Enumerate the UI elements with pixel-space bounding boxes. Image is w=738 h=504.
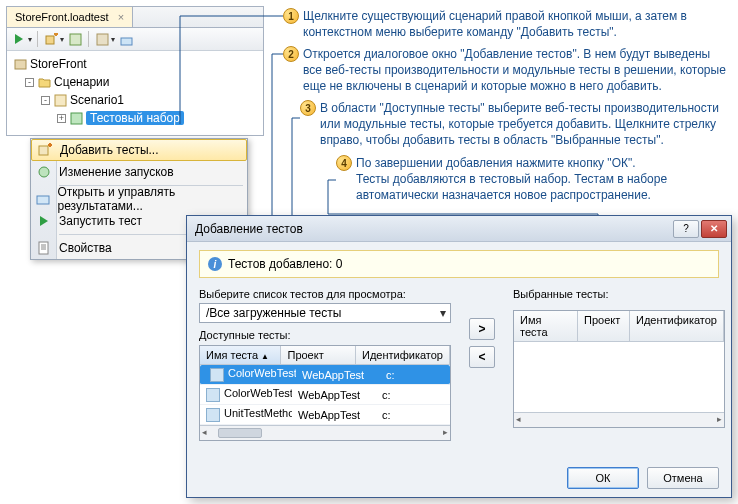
test-list-combo[interactable]: /Все загруженные тесты ▾ bbox=[199, 303, 451, 323]
scenario-tree: StoreFront - Сценарии - Scenario1 + Тест… bbox=[7, 51, 263, 135]
close-button[interactable]: ✕ bbox=[701, 220, 727, 238]
results-icon bbox=[35, 190, 52, 208]
expand-icon[interactable]: + bbox=[57, 114, 66, 123]
tree-label: StoreFront bbox=[30, 57, 87, 71]
svg-rect-9 bbox=[37, 196, 49, 204]
info-text: Тестов добавлено: 0 bbox=[228, 257, 342, 271]
webtest-icon bbox=[206, 388, 220, 402]
h-scrollbar[interactable]: ◂▸ bbox=[514, 412, 724, 427]
separator bbox=[88, 31, 89, 47]
testmix-icon bbox=[69, 111, 83, 125]
callout-4-text: По завершении добавления нажмите кнопку … bbox=[356, 155, 730, 204]
tree-testmix[interactable]: + Тестовый набор bbox=[9, 109, 261, 127]
webtest-icon bbox=[210, 368, 224, 382]
collapse-icon[interactable]: - bbox=[25, 78, 34, 87]
combo-value: /Все загруженные тесты bbox=[206, 306, 341, 320]
tree-label: Сценарии bbox=[54, 75, 109, 89]
loadtest-icon bbox=[13, 57, 27, 71]
document-tab[interactable]: StoreFront.loadtest × bbox=[7, 7, 133, 27]
move-buttons: > < bbox=[469, 318, 495, 441]
grid-header: Имя теста ▲ Проект Идентификатор bbox=[200, 346, 450, 365]
scroll-thumb[interactable] bbox=[218, 428, 262, 438]
settings-icon[interactable] bbox=[94, 31, 110, 47]
menu-edit-runs[interactable]: Изменение запусков bbox=[31, 161, 247, 183]
tab-bar: StoreFront.loadtest × bbox=[7, 7, 263, 28]
callout-num-4: 4 bbox=[336, 155, 352, 171]
callout-3-text: В области "Доступные тесты" выберите веб… bbox=[320, 100, 730, 149]
selected-tests-label: Выбранные тесты: bbox=[513, 288, 725, 300]
table-row[interactable]: ColorWebTest WebAppTest c: bbox=[200, 365, 450, 385]
svg-rect-3 bbox=[121, 38, 132, 45]
menu-label: Добавить тесты... bbox=[60, 143, 159, 157]
tab-title: StoreFront.loadtest bbox=[15, 11, 109, 23]
table-row[interactable]: UnitTestMethod1 WebAppTest c: bbox=[200, 405, 450, 425]
sort-asc-icon: ▲ bbox=[261, 352, 269, 361]
available-tests-grid: Имя теста ▲ Проект Идентификатор ColorWe… bbox=[199, 345, 451, 441]
move-right-button[interactable]: > bbox=[469, 318, 495, 340]
svg-rect-2 bbox=[97, 34, 108, 45]
tree-scenario1[interactable]: - Scenario1 bbox=[9, 91, 261, 109]
chevron-down-icon[interactable]: ▾ bbox=[111, 35, 115, 44]
move-left-button[interactable]: < bbox=[469, 346, 495, 368]
tree-root[interactable]: StoreFront bbox=[9, 55, 261, 73]
unittest-icon bbox=[206, 408, 220, 422]
h-scrollbar[interactable]: ◂▸ bbox=[200, 425, 450, 440]
available-tests-label: Доступные тесты: bbox=[199, 329, 451, 341]
svg-rect-4 bbox=[15, 60, 26, 69]
menu-run-test[interactable]: Запустить тест bbox=[31, 210, 247, 232]
col-project[interactable]: Проект bbox=[578, 311, 630, 341]
dialog-body: i Тестов добавлено: 0 Выберите список те… bbox=[187, 242, 731, 449]
callout-num-3: 3 bbox=[300, 100, 316, 116]
close-icon[interactable]: × bbox=[118, 11, 124, 23]
selected-tests-grid: Имя теста Проект Идентификатор ◂▸ bbox=[513, 310, 725, 428]
chevron-down-icon[interactable]: ▾ bbox=[440, 306, 446, 320]
menu-open-results[interactable]: Открыть и управлять результатами... bbox=[31, 188, 247, 210]
chevron-down-icon[interactable]: ▾ bbox=[60, 35, 64, 44]
menu-label: Запустить тест bbox=[59, 214, 142, 228]
help-button[interactable]: ? bbox=[673, 220, 699, 238]
select-list-label: Выберите список тестов для просмотра: bbox=[199, 288, 451, 300]
folder-icon bbox=[37, 75, 51, 89]
col-project[interactable]: Проект bbox=[281, 346, 356, 364]
dialog-titlebar[interactable]: Добавление тестов ? ✕ bbox=[187, 216, 731, 242]
cancel-button[interactable]: Отмена bbox=[647, 467, 719, 489]
editor-toolbar: ▾ ▾ ▾ bbox=[7, 28, 263, 51]
ok-button[interactable]: ОК bbox=[567, 467, 639, 489]
results-icon[interactable] bbox=[118, 31, 134, 47]
counters-icon[interactable] bbox=[67, 31, 83, 47]
menu-add-tests[interactable]: Добавить тесты... bbox=[31, 139, 247, 161]
scenario-icon bbox=[53, 93, 67, 107]
collapse-icon[interactable]: - bbox=[41, 96, 50, 105]
tree-label: Scenario1 bbox=[70, 93, 124, 107]
menu-label: Свойства bbox=[59, 241, 112, 255]
run-icon bbox=[35, 212, 53, 230]
col-id[interactable]: Идентификатор bbox=[356, 346, 450, 364]
run-icon[interactable] bbox=[11, 31, 27, 47]
chevron-down-icon[interactable]: ▾ bbox=[28, 35, 32, 44]
col-id[interactable]: Идентификатор bbox=[630, 311, 724, 341]
svg-rect-10 bbox=[39, 242, 48, 254]
svg-point-8 bbox=[39, 167, 49, 177]
svg-rect-1 bbox=[70, 34, 81, 45]
svg-rect-7 bbox=[39, 146, 48, 155]
table-row[interactable]: ColorWebTestT... WebAppTest c: bbox=[200, 385, 450, 405]
col-name[interactable]: Имя теста ▲ bbox=[200, 346, 281, 364]
info-bar: i Тестов добавлено: 0 bbox=[199, 250, 719, 278]
add-tests-icon bbox=[36, 141, 54, 159]
grid-header: Имя теста Проект Идентификатор bbox=[514, 311, 724, 342]
context-menu: Добавить тесты... Изменение запусков Отк… bbox=[30, 138, 248, 260]
loadtest-editor: StoreFront.loadtest × ▾ ▾ ▾ StoreFront -… bbox=[6, 6, 264, 136]
properties-icon bbox=[35, 239, 53, 257]
callout-num-2: 2 bbox=[283, 46, 299, 62]
svg-rect-5 bbox=[55, 95, 66, 106]
menu-label: Открыть и управлять результатами... bbox=[58, 185, 247, 213]
col-name[interactable]: Имя теста bbox=[514, 311, 578, 341]
dialog-buttons: ОК Отмена bbox=[567, 467, 719, 489]
separator bbox=[37, 31, 38, 47]
tree-label: Тестовый набор bbox=[86, 111, 184, 125]
tree-scenarios[interactable]: - Сценарии bbox=[9, 73, 261, 91]
menu-properties[interactable]: Свойства bbox=[31, 237, 247, 259]
new-scenario-icon[interactable] bbox=[43, 31, 59, 47]
callout-2-text: Откроется диалоговое окно "Добавление те… bbox=[303, 46, 731, 95]
info-icon: i bbox=[208, 257, 222, 271]
